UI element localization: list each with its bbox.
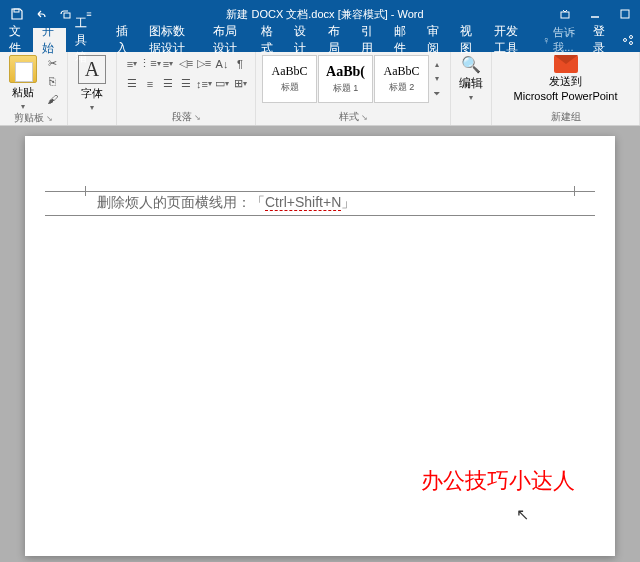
- tab-insert[interactable]: 插入: [107, 28, 140, 52]
- svg-rect-2: [561, 12, 569, 18]
- paragraph-group: ≡▾ ⋮≡▾ ≡▾ ◁≡ ▷≡ A↓ ¶ ☰ ≡ ☰ ☰ ↕≡▾ ▭▾ ⊞▾ 段…: [117, 52, 256, 125]
- clipboard-label: 剪贴板: [14, 111, 44, 125]
- style-heading1[interactable]: AaBb( 标题 1: [318, 55, 373, 103]
- newgroup-group: 发送到 Microsoft PowerPoint 新建组: [492, 52, 640, 125]
- svg-point-7: [630, 42, 633, 45]
- chevron-down-icon: ▾: [90, 103, 94, 112]
- tab-view[interactable]: 视图: [451, 28, 484, 52]
- numbering-button[interactable]: ⋮≡▾: [141, 55, 159, 72]
- tab-mail[interactable]: 邮件: [385, 28, 418, 52]
- dialog-launcher-icon[interactable]: ↘: [46, 114, 53, 123]
- save-button[interactable]: [6, 3, 28, 25]
- send-to-powerpoint-button[interactable]: 发送到 Microsoft PowerPoint: [514, 55, 618, 102]
- login-button[interactable]: 登录: [585, 28, 616, 52]
- clipboard-group: 粘贴 ▾ ✂ ⎘ 🖌 剪贴板 ↘: [0, 52, 68, 125]
- document-text[interactable]: 删除烦人的页面横线用：「Ctrl+Shift+N」: [97, 194, 355, 212]
- shading-button[interactable]: ▭▾: [213, 75, 231, 92]
- copy-button[interactable]: ⎘: [43, 73, 61, 89]
- paste-icon: [9, 55, 37, 83]
- increase-indent-button[interactable]: ▷≡: [195, 55, 213, 72]
- bullets-button[interactable]: ≡▾: [123, 55, 141, 72]
- borders-button[interactable]: ⊞▾: [231, 75, 249, 92]
- paste-button[interactable]: 粘贴 ▾: [6, 55, 40, 111]
- maximize-button[interactable]: [610, 0, 640, 28]
- font-group: A 字体 ▾: [68, 52, 117, 125]
- ribbon-tabs: 文件 开始 工具箱 插入 图标数据设计 布局设计 格式 设计 布局 引用 邮件 …: [0, 28, 640, 52]
- tab-home[interactable]: 开始: [33, 28, 66, 52]
- tell-me[interactable]: ♀ 告诉我...: [533, 28, 585, 52]
- font-button[interactable]: A 字体 ▾: [74, 55, 110, 112]
- multilevel-button[interactable]: ≡▾: [159, 55, 177, 72]
- tab-design[interactable]: 设计: [285, 28, 318, 52]
- tab-layoutdesign[interactable]: 布局设计: [204, 28, 252, 52]
- ribbon-display-options[interactable]: [550, 0, 580, 28]
- format-painter-button[interactable]: 🖌: [43, 91, 61, 107]
- tab-devtools[interactable]: 开发工具: [485, 28, 533, 52]
- tab-references[interactable]: 引用: [352, 28, 385, 52]
- svg-rect-0: [14, 9, 19, 12]
- styles-group: AaBbC 标题 AaBb( 标题 1 AaBbC 标题 2 ▴▾⏷ 样式 ↘: [256, 52, 451, 125]
- tab-review[interactable]: 审阅: [418, 28, 451, 52]
- svg-rect-1: [64, 13, 70, 18]
- undo-button[interactable]: [30, 3, 52, 25]
- align-left-button[interactable]: ☰: [123, 75, 141, 92]
- styles-more-button[interactable]: ▴▾⏷: [430, 55, 444, 103]
- tab-layout[interactable]: 布局: [319, 28, 352, 52]
- tab-file[interactable]: 文件: [0, 28, 33, 52]
- editing-group: 🔍 编辑 ▾: [451, 52, 492, 125]
- share-icon: [622, 34, 634, 46]
- window-title: 新建 DOCX 文档.docx [兼容模式] - Word: [100, 7, 550, 22]
- show-marks-button[interactable]: ¶: [231, 55, 249, 72]
- svg-point-6: [630, 36, 633, 39]
- chevron-down-icon: ▾: [21, 102, 25, 111]
- cut-button[interactable]: ✂: [43, 55, 61, 71]
- document-canvas[interactable]: 删除烦人的页面横线用：「Ctrl+Shift+N」 办公技巧小达人 ↖: [0, 126, 640, 562]
- align-center-button[interactable]: ≡: [141, 75, 159, 92]
- style-title[interactable]: AaBbC 标题: [262, 55, 317, 103]
- page[interactable]: 删除烦人的页面横线用：「Ctrl+Shift+N」 办公技巧小达人 ↖: [25, 136, 615, 556]
- editing-button[interactable]: 🔍 编辑 ▾: [455, 55, 487, 102]
- lightbulb-icon: ♀: [542, 34, 550, 46]
- decrease-indent-button[interactable]: ◁≡: [177, 55, 195, 72]
- svg-rect-4: [621, 10, 629, 18]
- share-button[interactable]: [616, 28, 640, 52]
- dialog-launcher-icon[interactable]: ↘: [194, 113, 201, 122]
- ribbon: 粘贴 ▾ ✂ ⎘ 🖌 剪贴板 ↘ A 字体 ▾ ≡▾ ⋮≡▾ ≡▾: [0, 52, 640, 126]
- tab-format[interactable]: 格式: [252, 28, 285, 52]
- style-heading2[interactable]: AaBbC 标题 2: [374, 55, 429, 103]
- styles-label: 样式: [339, 110, 359, 124]
- find-icon: 🔍: [461, 55, 481, 74]
- sort-button[interactable]: A↓: [213, 55, 231, 72]
- line-spacing-button[interactable]: ↕≡▾: [195, 75, 213, 92]
- newgroup-label: 新建组: [498, 110, 633, 124]
- tab-icondata[interactable]: 图标数据设计: [140, 28, 204, 52]
- powerpoint-icon: [554, 55, 578, 73]
- align-right-button[interactable]: ☰: [159, 75, 177, 92]
- redo-button[interactable]: [54, 3, 76, 25]
- svg-point-5: [624, 39, 627, 42]
- tab-toolbox[interactable]: 工具箱: [66, 28, 107, 52]
- cursor-icon: ↖: [516, 505, 529, 524]
- dialog-launcher-icon[interactable]: ↘: [361, 113, 368, 122]
- watermark-text: 办公技巧小达人: [421, 466, 575, 496]
- paragraph-label: 段落: [172, 110, 192, 124]
- justify-button[interactable]: ☰: [177, 75, 195, 92]
- chevron-down-icon: ▾: [469, 93, 473, 102]
- font-icon: A: [78, 55, 106, 84]
